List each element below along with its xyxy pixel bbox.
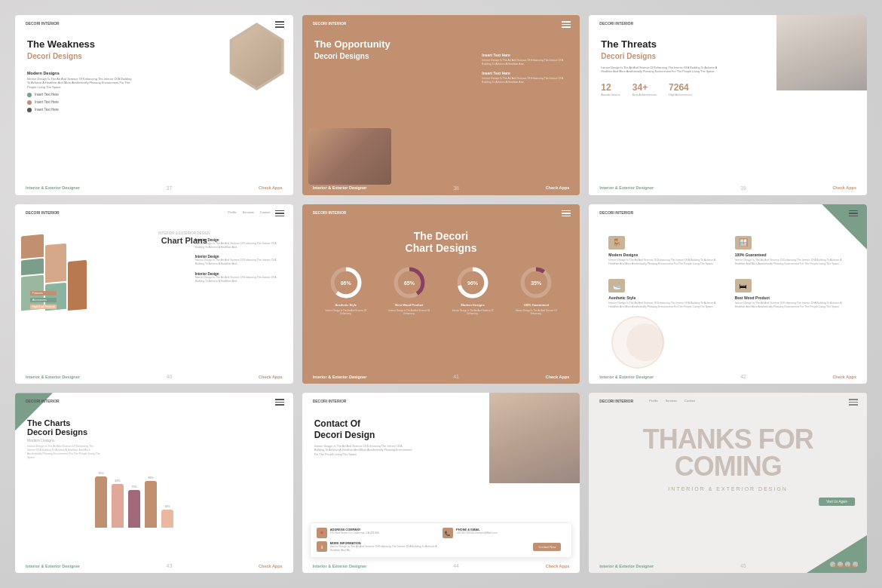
opportunity-content: Insert Text Here Interior Design Is The … xyxy=(482,53,572,89)
brand-logo-6: DECORI INTERIOR xyxy=(599,210,633,215)
slide-8-contact: DECORI INTERIOR Contact Of Decori Design… xyxy=(302,393,580,573)
opportunity-image xyxy=(308,128,391,185)
bar-5: 34% xyxy=(161,505,173,528)
thanks-line1: THANKS FOR xyxy=(601,426,855,453)
donut-3: 96% Modern Designs Interior Design Is Th… xyxy=(450,265,495,316)
thanks-line2: COMING xyxy=(601,453,855,480)
menu-icon-4[interactable] xyxy=(275,210,284,217)
thanks-subline: INTERIOR & EXTERIOR DESIGN xyxy=(601,486,855,492)
slide-1-title: The Weakness Decori Designs xyxy=(27,39,118,62)
feature-icon-3: 🛁 xyxy=(608,279,625,292)
menu-icon-9[interactable] xyxy=(849,399,858,406)
slide-9-thanks: DECORI INTERIOR Profile Services Contact… xyxy=(589,393,867,573)
brand-logo-5: DECORI INTERIOR xyxy=(313,210,347,215)
bullet-2: Insert Text Here xyxy=(27,100,281,105)
slide-3-desc: Interior Design Is The Art And Science O… xyxy=(601,66,721,75)
bullet-dot-2 xyxy=(27,100,32,105)
contact-info-icon: ℹ xyxy=(317,541,327,552)
feature-card-2: 🪟 100% Guaranteed Interior Design Is The… xyxy=(730,231,852,271)
slide-footer-8: Interior & Exterior Designer 44 Check Ap… xyxy=(302,563,580,568)
slide-7-section-title: Modern Designs xyxy=(27,438,281,443)
slide-footer-7: Interior & Exterior Designer 43 Check Ap… xyxy=(15,563,293,568)
slide-3-threats: DECORI INTERIOR The Threats Decori Desig… xyxy=(589,15,867,195)
bullet-dot-3 xyxy=(27,108,32,112)
slide-footer-1: Interior & Exterior Designer 37 Check Ap… xyxy=(15,185,293,191)
stat-1: 12 Awards Interior xyxy=(601,82,620,96)
slide-4-list: Interior Design Interior Design Is The A… xyxy=(195,238,286,289)
slide-footer-6: Interior & Exterior Designer 42 Check Ap… xyxy=(589,374,867,379)
list-row-2: Interior Design Interior Design Is The A… xyxy=(195,255,286,266)
section-text-1: Interior Design Is The Art And Science O… xyxy=(27,77,133,90)
list-row-3: Interior Design Interior Design Is The A… xyxy=(195,272,286,283)
brand-logo-1: DECORI INTERIOR xyxy=(26,21,60,26)
slide-footer-4: Interior & Exterior Designer 40 Check Ap… xyxy=(15,374,293,379)
donut-row: 86% Aesthetic Style Interior Design Is T… xyxy=(314,265,568,316)
insert-block-2: Insert Text Here Interior Design Is The … xyxy=(482,71,572,84)
slide-footer-3: Interior & Exterior Designer 39 Check Ap… xyxy=(589,185,867,191)
slide-footer-2: Interior & Exterior Designer 38 Check Ap… xyxy=(302,185,580,191)
feature-icon-1: 🪑 xyxy=(608,236,625,250)
chart-labels: Features Accessories High-End Products xyxy=(30,291,57,309)
features-grid: 🪑 Modern Designs Interior Design Is The … xyxy=(601,231,855,314)
menu-icon-6[interactable] xyxy=(849,210,858,217)
slide-4-chart-plans: DECORI INTERIOR Profile Services Contact… xyxy=(15,204,293,384)
contact-photo xyxy=(489,393,580,483)
insert-block-1: Insert Text Here Interior Design Is The … xyxy=(482,53,572,66)
brand-logo-4: DECORI INTERIOR xyxy=(26,210,60,215)
list-row-1: Interior Design Interior Design Is The A… xyxy=(195,238,286,250)
slide-footer-9: Interior & Exterior Designer 45 Check Ap… xyxy=(589,563,867,568)
bullet-3: Insert Text Here xyxy=(27,108,281,112)
bar-chart-7: 95% 82% 70% 88% 34% xyxy=(27,467,281,528)
feature-icon-2: 🪟 xyxy=(735,236,752,250)
bar-2: 82% xyxy=(112,479,124,528)
nav-tabs-9: Profile Services Contact xyxy=(649,399,694,403)
brand-logo-8: DECORI INTERIOR xyxy=(313,399,347,403)
donut-4: 35% 100% Guaranteed Interior Design Is T… xyxy=(513,265,559,316)
slide-2-opportunity: DECORI INTERIOR The Opportunity Decori D… xyxy=(302,15,580,195)
feature-card-1: 🪑 Modern Designs Interior Design Is The … xyxy=(604,231,725,271)
threats-image xyxy=(776,15,867,90)
slide-6-features: DECORI INTERIOR 🪑 Modern Designs Interio… xyxy=(589,204,867,384)
menu-icon-5[interactable] xyxy=(562,210,571,217)
brand-logo-2: DECORI INTERIOR xyxy=(313,21,347,26)
menu-icon-2[interactable] xyxy=(562,21,571,28)
contact-now-button[interactable]: Contact Now xyxy=(533,543,561,551)
slide-8-desc: Interior Design Is The Art And Science O… xyxy=(314,445,412,457)
nav-tabs-4: Profile Services Contact xyxy=(228,210,270,214)
bullet-1: Insert Text Here xyxy=(27,93,281,97)
contact-address-icon: 📍 xyxy=(317,528,327,538)
bar-1: 95% xyxy=(95,472,107,528)
menu-icon-7[interactable] xyxy=(275,399,284,406)
stat-3: 7264 High Achievement xyxy=(669,82,692,96)
visit-button[interactable]: Visit Us Again xyxy=(819,498,855,506)
donut-2: 65% Best Wood Product Interior Design Is… xyxy=(387,265,432,316)
brand-logo-7: DECORI INTERIOR xyxy=(26,399,60,403)
slide-3-title: The Threats Decori Designs xyxy=(601,39,706,62)
slide-1-weakness: DECORI INTERIOR The Weakness Decori Desi… xyxy=(15,15,293,195)
feature-icon-4: 🛏 xyxy=(735,279,752,292)
bar-3: 70% xyxy=(128,485,140,528)
brand-logo-3: DECORI INTERIOR xyxy=(599,21,633,26)
brand-logo-9: DECORI INTERIOR xyxy=(599,399,633,403)
bullet-dot-1 xyxy=(27,93,32,97)
slide-5-title: The Decori Chart Designs xyxy=(314,230,568,256)
feature-card-4: 🛏 Best Wood Product Interior Design Is T… xyxy=(730,274,852,314)
slide-7-desc: Interior Design Is The Art And Science O… xyxy=(27,445,103,460)
slide-footer-5: Interior & Exterior Designer 41 Check Ap… xyxy=(302,374,580,379)
feature-card-3: 🛁 Aesthetic Style Interior Design Is The… xyxy=(604,274,725,314)
slide-5-chart-designs: DECORI INTERIOR The Decori Chart Designs… xyxy=(302,204,580,384)
hex-image xyxy=(227,23,287,90)
contact-grid: 📍 ADDRESS COMPANY 176 Red Street Co. Cal… xyxy=(310,522,573,558)
bar-4: 88% xyxy=(145,476,157,528)
slide-7-title: The Charts Decori Designs xyxy=(27,418,103,436)
slide-7-charts: DECORI INTERIOR The Charts Decori Design… xyxy=(15,393,293,573)
donut-1: 86% Aesthetic Style Interior Design Is T… xyxy=(323,265,369,316)
contact-info: ℹ MORE INFORMATION Interior Design Is Th… xyxy=(317,541,439,553)
slide-8-title: Contact Of Decori Design xyxy=(314,418,405,440)
contact-phone-icon: 📞 xyxy=(443,528,453,538)
contact-address: 📍 ADDRESS COMPANY 176 Red Street Co. Cal… xyxy=(317,528,439,538)
stat-2: 34+ Best Achievements xyxy=(632,82,657,96)
contact-phone: 📞 PHONE & EMAIL +84 567787241 Deliveri@M… xyxy=(443,528,565,538)
